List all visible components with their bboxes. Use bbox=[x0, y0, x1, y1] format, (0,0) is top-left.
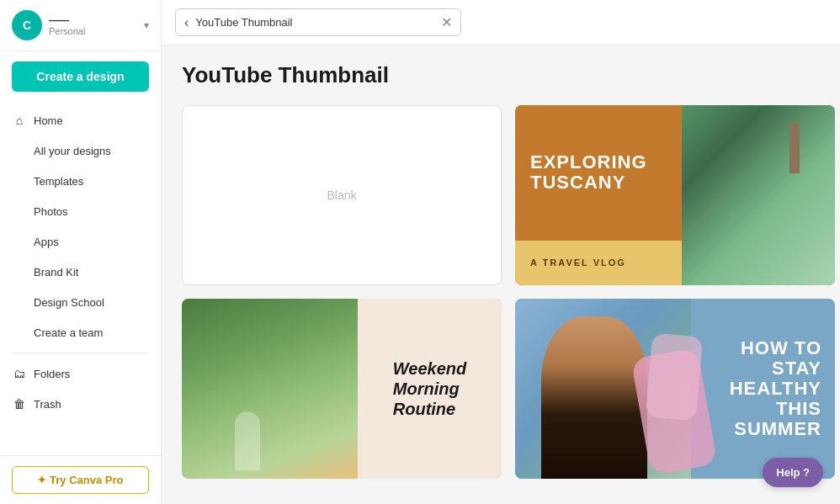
username: —— bbox=[49, 14, 137, 26]
sidebar-item-create-team[interactable]: Create a team bbox=[0, 317, 161, 347]
routine-photo bbox=[182, 299, 358, 479]
blank-thumbnail[interactable]: Blank bbox=[182, 105, 502, 285]
sidebar-header[interactable]: C —— Personal ▾ bbox=[0, 0, 161, 51]
trash-icon: 🗑 bbox=[12, 396, 27, 411]
sidebar-item-design-school[interactable]: Design School bbox=[0, 287, 161, 317]
brush-shape-2 bbox=[646, 332, 703, 421]
healthy-thumbnail[interactable]: HOW TO STAY HEALTHY THIS SUMMER bbox=[515, 299, 835, 479]
person-shape bbox=[541, 316, 646, 479]
sidebar-item-apps[interactable]: Apps bbox=[0, 226, 161, 257]
tuscany-title: EXPLORING TUSCANY bbox=[530, 152, 647, 193]
sidebar-footer: ✦ Try Canva Pro bbox=[0, 455, 161, 504]
templates-icon bbox=[12, 173, 27, 188]
search-text: YouTube Thumbnail bbox=[195, 16, 434, 29]
divider bbox=[12, 353, 149, 353]
sidebar-item-folders[interactable]: 🗂 Folders bbox=[0, 358, 161, 389]
search-box[interactable]: ‹ YouTube Thumbnail ✕ bbox=[175, 8, 461, 36]
apps-icon bbox=[12, 234, 27, 249]
tuscany-thumbnail[interactable]: EXPLORING TUSCANY A TRAVEL VLOG › bbox=[515, 105, 835, 285]
chevron-down-icon: ▾ bbox=[144, 19, 149, 31]
sidebar-item-photos[interactable]: Photos bbox=[0, 196, 161, 226]
tuscany-subtitle: A TRAVEL VLOG bbox=[530, 257, 626, 268]
main-area: ‹ YouTube Thumbnail ✕ YouTube Thumbnail … bbox=[162, 0, 840, 504]
create-design-button[interactable]: Create a design bbox=[12, 61, 149, 92]
brand-icon bbox=[12, 264, 27, 279]
home-icon: ⌂ bbox=[12, 113, 27, 128]
avatar: C bbox=[12, 10, 42, 40]
sidebar-nav: ⌂ Home All your designs Templates Photos… bbox=[0, 102, 161, 455]
routine-thumbnail[interactable]: Weekend Morning Routine bbox=[182, 299, 502, 479]
tuscany-overlay: EXPLORING TUSCANY bbox=[515, 105, 682, 241]
healthy-photo bbox=[515, 299, 691, 479]
topbar: ‹ YouTube Thumbnail ✕ bbox=[162, 0, 840, 45]
sidebar-item-home[interactable]: ⌂ Home bbox=[0, 105, 161, 135]
thumbnails-grid: Blank EXPLORING TUSCANY A TRAVEL VLOG › bbox=[182, 105, 820, 479]
tower-shape bbox=[789, 123, 800, 173]
folder-icon: 🗂 bbox=[12, 366, 27, 381]
page-title: YouTube Thumbnail bbox=[182, 62, 820, 88]
clear-icon[interactable]: ✕ bbox=[441, 14, 452, 30]
sidebar: C —— Personal ▾ Create a design ⌂ Home A… bbox=[0, 0, 162, 504]
sidebar-item-templates[interactable]: Templates bbox=[0, 166, 161, 196]
sidebar-item-trash[interactable]: 🗑 Trash bbox=[0, 389, 161, 419]
team-icon bbox=[12, 325, 27, 340]
try-pro-button[interactable]: ✦ Try Canva Pro bbox=[12, 466, 149, 494]
healthy-text: HOW TO STAY HEALTHY THIS SUMMER bbox=[730, 338, 821, 440]
routine-text-area: Weekend Morning Routine bbox=[358, 299, 502, 479]
tuscany-bg bbox=[659, 105, 835, 285]
grid-icon bbox=[12, 143, 27, 158]
photos-icon bbox=[12, 204, 27, 219]
user-info: —— Personal bbox=[49, 14, 137, 36]
plan-label: Personal bbox=[49, 26, 137, 36]
school-icon bbox=[12, 294, 27, 310]
sidebar-item-all-designs[interactable]: All your designs bbox=[0, 135, 161, 166]
content-area: YouTube Thumbnail Blank EXPLORING TUSCAN… bbox=[162, 45, 840, 504]
sidebar-item-brand-kit[interactable]: Brand Kit bbox=[0, 257, 161, 287]
routine-text: Weekend Morning Routine bbox=[393, 358, 466, 419]
figure-shape bbox=[235, 411, 260, 470]
tuscany-bottom: A TRAVEL VLOG bbox=[515, 241, 682, 286]
help-button[interactable]: Help ? bbox=[763, 458, 823, 487]
back-icon[interactable]: ‹ bbox=[184, 15, 189, 30]
